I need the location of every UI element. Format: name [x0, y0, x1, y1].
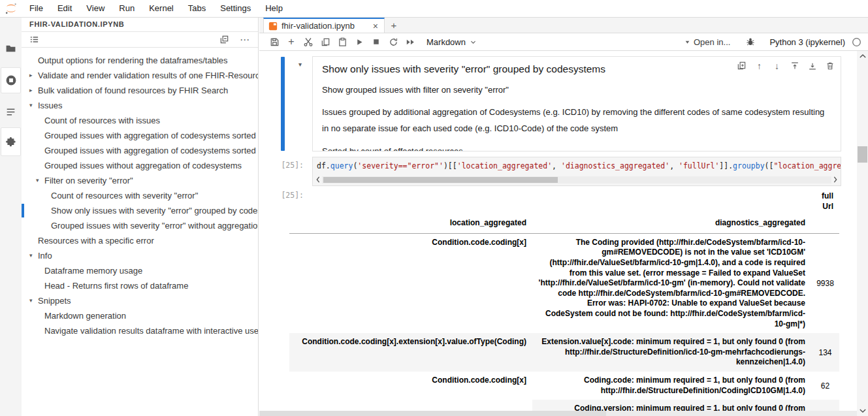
toc-item-label: Grouped issues with aggregation of codes… — [44, 143, 258, 158]
cell-diagnostics: Coding.code: minimum required = 1, but o… — [532, 372, 811, 400]
notebook-toolbar: + — [259, 33, 868, 51]
tab-fhir-validation[interactable]: fhir-validation.ipynb × — [263, 18, 385, 33]
toc-item[interactable]: Resources with a specific error — [22, 233, 258, 248]
cut-icon[interactable] — [300, 34, 317, 50]
move-up-icon[interactable]: ↑ — [754, 60, 765, 71]
expanded-arrow-icon[interactable]: ▾ — [36, 173, 44, 188]
toc-item-label: Resources with a specific error — [38, 233, 154, 248]
copy-icon[interactable] — [317, 34, 334, 50]
toc-item[interactable]: ▾Info — [22, 248, 258, 263]
menu-item-settings[interactable]: Settings — [213, 3, 258, 13]
close-icon[interactable]: × — [372, 22, 379, 31]
expanded-arrow-icon[interactable]: ▾ — [29, 248, 38, 263]
toc-item[interactable]: ▾Issues — [22, 98, 258, 113]
cell-collapser-icon[interactable]: ▾ — [298, 61, 302, 68]
toc-item[interactable]: ▸Validate and render validation results … — [22, 68, 258, 83]
scroll-down-icon[interactable] — [857, 406, 868, 416]
kernel-name[interactable]: Python 3 (ipykernel) — [769, 37, 845, 47]
menu-item-file[interactable]: File — [22, 3, 50, 13]
menu-item-tabs[interactable]: Tabs — [181, 3, 213, 13]
move-down-icon[interactable]: ↓ — [771, 60, 782, 71]
table-row: Condition.code.coding[x]The Coding provi… — [289, 233, 839, 333]
table-header-row: fullUrl — [289, 189, 839, 216]
cell-count: 62 — [811, 400, 839, 411]
toc-item[interactable]: Head - Returns first rows of dataframe — [22, 278, 258, 293]
insert-above-icon[interactable] — [789, 60, 800, 71]
jupyterlab-window: FileEditViewRunKernelTabsSettingsHelp FH… — [0, 0, 868, 416]
cell-location: Condition.code.coding[x] — [289, 372, 532, 411]
toc-item[interactable]: ▸Bulk validation of found resources by F… — [22, 83, 258, 98]
new-tab-button[interactable]: + — [385, 18, 403, 33]
folder-icon[interactable] — [1, 41, 21, 56]
markdown-cell[interactable]: ↑ ↓ Show only issues wi — [312, 56, 841, 152]
markdown-paragraph: Sorted by count of affected resources — [322, 145, 831, 152]
toc-item[interactable]: Output options for rendering the datafra… — [22, 53, 258, 68]
toc-item[interactable]: Grouped issues with aggregation of codes… — [22, 128, 258, 143]
menu-item-help[interactable]: Help — [258, 3, 290, 13]
running-sessions-icon[interactable] — [1, 67, 21, 93]
delete-cell-icon[interactable] — [824, 60, 835, 71]
bug-icon[interactable] — [742, 34, 759, 50]
toc-item[interactable]: Grouped issues without aggregation of co… — [22, 158, 258, 173]
scrollbar-thumb[interactable] — [323, 177, 558, 183]
open-in-dropdown[interactable]: Open in... — [684, 37, 730, 47]
scroll-up-icon[interactable] — [857, 51, 868, 61]
toc-item[interactable]: Count of resources with issues — [22, 113, 258, 128]
menu-item-view[interactable]: View — [79, 3, 112, 13]
toc-item-label: Navigate validation results dataframe wi… — [44, 323, 258, 338]
toc-item-label: Info — [38, 248, 52, 263]
table-of-contents-icon[interactable] — [1, 104, 21, 120]
stop-icon[interactable] — [368, 34, 385, 50]
toc-item[interactable]: Count of resources with severity "error" — [22, 188, 258, 203]
menu-item-run[interactable]: Run — [112, 3, 142, 13]
dataframe-table: fullUrl location_aggregated diagnostics_… — [289, 189, 839, 411]
kernel-status-icon[interactable] — [852, 37, 861, 47]
paste-icon[interactable] — [334, 34, 351, 50]
cell-type-dropdown[interactable]: Markdown — [426, 37, 477, 47]
scrollbar-thumb[interactable] — [259, 411, 606, 416]
code-cell[interactable]: df.query('severity=="error"')[['location… — [312, 157, 841, 186]
toc-item-label: Issues — [38, 98, 63, 113]
run-all-icon[interactable] — [402, 34, 419, 50]
index-names-row: location_aggregated diagnostics_aggregat… — [289, 216, 839, 233]
insert-below-icon[interactable] — [807, 60, 818, 71]
expanded-arrow-icon[interactable]: ▾ — [29, 293, 38, 308]
menu-item-kernel[interactable]: Kernel — [142, 3, 181, 13]
code-line: df.query('severity=="error"')[['location… — [313, 157, 841, 171]
toc-item-label: Show only issues with severity "error" g… — [51, 203, 258, 218]
scroll-left-icon[interactable] — [314, 176, 322, 183]
collapse-all-icon[interactable] — [219, 35, 229, 44]
extensions-icon[interactable] — [1, 127, 21, 156]
markdown-paragraph: Issues grouped by additional aggregation… — [322, 104, 826, 136]
collapsed-arrow-icon[interactable]: ▸ — [29, 68, 38, 83]
scrollbar-thumb[interactable] — [858, 146, 867, 163]
toc-item[interactable]: Show only issues with severity "error" g… — [22, 203, 258, 218]
collapsed-arrow-icon[interactable]: ▸ — [29, 83, 38, 98]
toc-item[interactable]: Markdown generation — [22, 308, 258, 323]
selected-cell-indicator — [281, 57, 285, 151]
save-icon[interactable] — [266, 34, 283, 50]
toc-item[interactable]: ▾Snippets — [22, 293, 258, 308]
toc-item[interactable]: Grouped issues with severity "error" wit… — [22, 218, 258, 233]
ellipsis-icon[interactable]: ⋯ — [240, 34, 250, 46]
expanded-arrow-icon[interactable]: ▾ — [29, 98, 38, 113]
toc-item[interactable]: Dataframe memory usage — [22, 263, 258, 278]
toc-item[interactable]: Navigate validation results dataframe wi… — [22, 323, 258, 338]
cell-count: 62 — [811, 372, 839, 400]
open-in-label: Open in... — [694, 37, 730, 47]
menu-bar: FileEditViewRunKernelTabsSettingsHelp — [0, 0, 868, 18]
tab-label: fhir-validation.ipynb — [281, 21, 372, 31]
toc-item[interactable]: Grouped issues with aggregation of codes… — [22, 143, 258, 158]
scroll-right-icon[interactable] — [831, 176, 839, 183]
menu-items: FileEditViewRunKernelTabsSettingsHelp — [22, 0, 290, 17]
input-prompt: [25]: — [265, 161, 304, 170]
restart-icon[interactable] — [385, 34, 402, 50]
toc-item[interactable]: ▾Filter on severity "error" — [22, 173, 258, 188]
run-icon[interactable] — [351, 34, 368, 50]
toc-item-label: Grouped issues without aggregation of co… — [44, 158, 242, 173]
duplicate-cell-icon[interactable] — [736, 60, 747, 71]
table-row: Condition.code.coding[x]Coding.code: min… — [289, 372, 839, 400]
list-icon[interactable] — [29, 35, 39, 44]
menu-item-edit[interactable]: Edit — [50, 3, 79, 13]
add-cell-icon[interactable]: + — [283, 34, 300, 50]
